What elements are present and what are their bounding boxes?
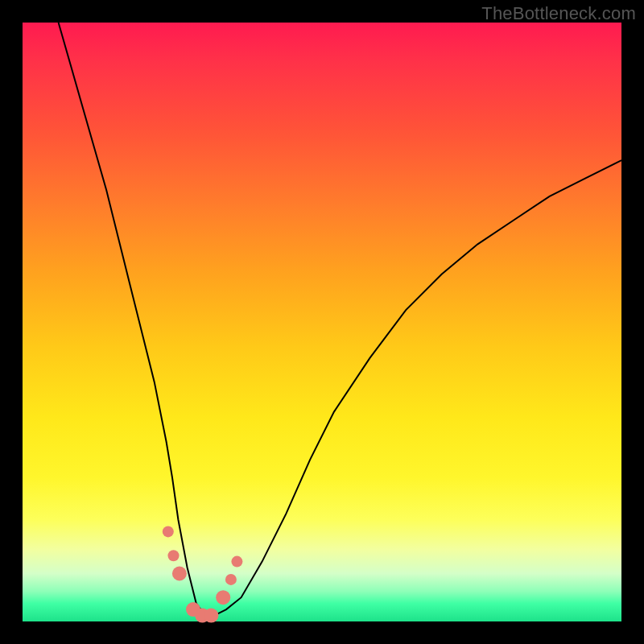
data-marker (216, 590, 230, 605)
bottleneck-curve-line (59, 23, 621, 616)
chart-svg (23, 23, 621, 621)
data-marker (172, 567, 187, 581)
gradient-plot-area (23, 23, 621, 621)
data-marker (231, 556, 242, 568)
watermark-text: TheBottleneck.com (481, 3, 636, 24)
data-marker (168, 550, 180, 561)
marker-group (163, 526, 243, 622)
data-marker (204, 609, 218, 623)
data-marker (225, 574, 237, 585)
data-marker (163, 526, 174, 537)
